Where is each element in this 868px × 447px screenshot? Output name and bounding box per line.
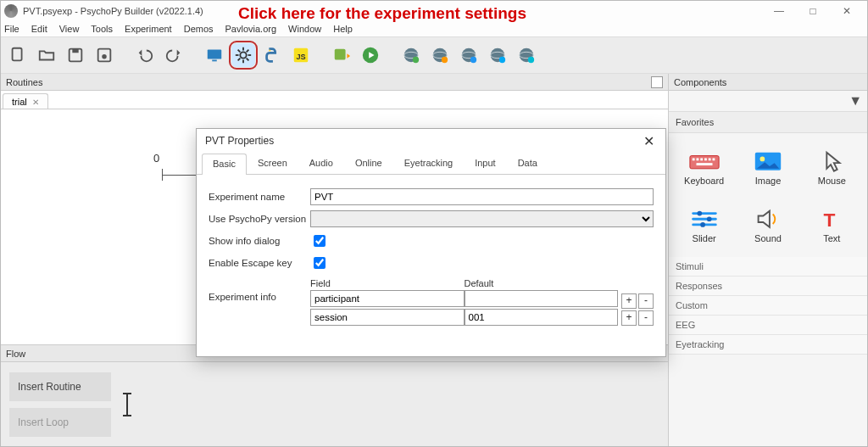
globe-info-button[interactable] [515,43,538,67]
add-info-row-1[interactable]: + [621,310,637,326]
component-label: Slider [693,233,716,243]
tab-audio[interactable]: Audio [298,153,344,174]
send-to-runner-button[interactable] [330,43,353,67]
svg-point-45 [760,156,765,161]
escape-key-checkbox[interactable] [314,257,326,269]
window-title: PVT.psyexp - PsychoPy Builder (v2022.1.4… [23,6,203,16]
exp-name-label: Experiment name [209,192,310,202]
menu-tools[interactable]: Tools [91,24,113,34]
new-file-button[interactable] [6,43,30,67]
tab-data[interactable]: Data [507,153,548,174]
compile-js-button[interactable]: JS [289,43,313,67]
compile-python-button[interactable] [260,43,284,67]
save-button[interactable] [64,43,87,67]
category-eyetracking[interactable]: Eyetracking [669,335,867,355]
svg-point-50 [707,216,712,221]
run-button[interactable] [359,43,382,67]
maximize-button[interactable]: □ [796,2,830,20]
redo-button[interactable] [162,43,186,67]
minimize-button[interactable]: — [762,2,796,20]
menu-edit[interactable]: Edit [31,24,47,34]
svg-point-29 [470,57,476,63]
tab-eyetracking[interactable]: Eyetracking [393,153,464,174]
menu-pavlovia[interactable]: Pavlovia.org [225,24,277,34]
info-default-0[interactable] [465,290,619,307]
component-image[interactable]: Image [736,138,799,194]
menu-bar: File Edit View Tools Experiment Demos Pa… [1,21,867,36]
routines-dock-icon[interactable] [651,76,663,88]
show-info-label: Show info dialog [209,236,310,246]
close-tab-icon[interactable]: ✕ [32,98,39,107]
svg-line-13 [247,59,249,61]
add-info-row-0[interactable]: + [621,293,637,309]
experiment-settings-button[interactable] [231,43,255,67]
psy-version-select[interactable] [310,210,654,227]
tab-input[interactable]: Input [464,153,506,174]
properties-dialog: PVT Properties ✕ Basic Screen Audio Onli… [196,128,666,357]
components-label: Components [674,77,726,87]
svg-rect-6 [212,60,217,62]
info-field-1[interactable] [310,309,465,326]
insert-loop-button[interactable]: Insert Loop [9,408,111,437]
filter-icon[interactable]: ▼ [849,93,862,109]
svg-rect-42 [712,158,715,160]
routine-tab-trial[interactable]: trial ✕ [3,93,48,109]
globe-run-button[interactable] [457,43,481,67]
info-field-0[interactable] [310,290,465,307]
favorites-section[interactable]: Favorites [669,111,867,133]
svg-rect-5 [208,50,222,59]
dialog-close-button[interactable]: ✕ [640,133,657,149]
svg-rect-19 [335,49,346,60]
svg-point-26 [442,57,448,63]
app-logo-icon [4,4,18,18]
remove-info-row-1[interactable]: - [638,310,654,326]
category-custom[interactable]: Custom [669,296,867,316]
globe-search-button[interactable] [428,43,452,67]
component-label: Mouse [818,176,846,186]
tab-basic[interactable]: Basic [202,154,247,175]
svg-rect-36 [690,155,719,168]
exp-info-label: Experiment info [209,277,310,302]
menu-help[interactable]: Help [333,24,353,34]
globe-sync-button[interactable] [399,43,423,67]
routine-tab-label: trial [12,97,27,107]
svg-rect-2 [72,49,78,53]
component-sound[interactable]: Sound [736,196,799,252]
exp-name-input[interactable] [310,188,654,205]
menu-view[interactable]: View [59,24,80,34]
component-mouse[interactable]: Mouse [800,138,864,194]
component-slider[interactable]: Slider [672,196,736,252]
menu-demos[interactable]: Demos [184,24,214,34]
info-default-1[interactable] [465,309,619,326]
category-stimuli[interactable]: Stimuli [669,257,867,277]
monitor-center-button[interactable] [203,43,226,67]
undo-button[interactable] [133,43,157,67]
menu-file[interactable]: File [4,24,19,34]
menu-experiment[interactable]: Experiment [125,24,172,34]
svg-rect-41 [708,158,710,160]
menu-window[interactable]: Window [288,24,321,34]
save-as-button[interactable] [92,43,116,67]
tab-online[interactable]: Online [344,153,393,174]
globe-user-button[interactable] [486,43,509,67]
open-file-button[interactable] [35,43,58,67]
close-window-button[interactable]: ✕ [830,2,864,20]
field-column-header: Field [310,277,465,290]
svg-point-35 [528,57,534,63]
show-info-checkbox[interactable] [314,235,326,247]
svg-text:JS: JS [297,53,306,61]
svg-point-7 [240,52,246,58]
component-text[interactable]: T Text [800,196,864,252]
tab-screen[interactable]: Screen [247,153,298,174]
default-column-header: Default [465,277,619,290]
component-label: Sound [754,233,782,243]
insert-routine-button[interactable]: Insert Routine [9,372,111,401]
image-icon [752,147,784,176]
svg-rect-39 [700,158,703,160]
category-eeg[interactable]: EEG [669,316,867,335]
component-keyboard[interactable]: Keyboard [672,138,736,194]
remove-info-row-0[interactable]: - [638,293,654,309]
svg-line-15 [247,50,249,53]
routines-panel-header: Routines [1,74,668,91]
category-responses[interactable]: Responses [669,277,867,296]
